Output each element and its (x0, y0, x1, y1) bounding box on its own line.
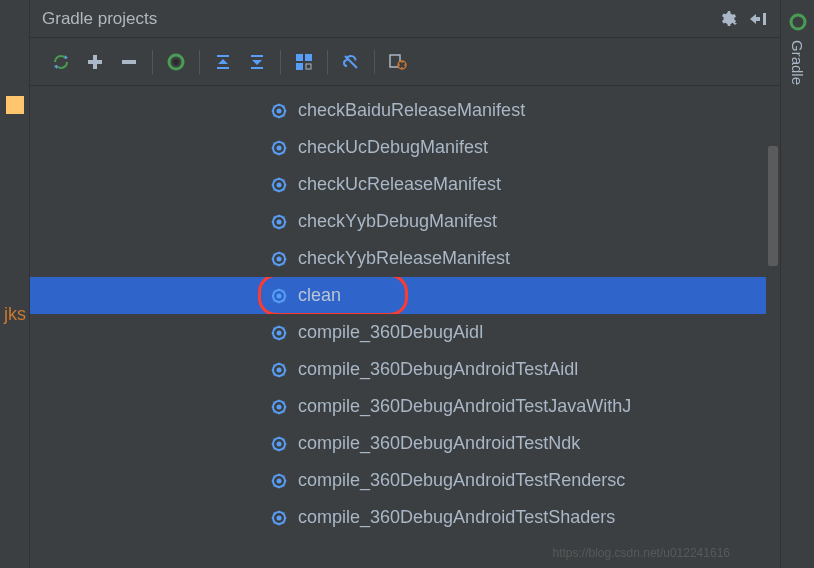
svg-point-6 (173, 59, 179, 65)
task-item[interactable]: compile_360DebugAidl (30, 314, 780, 351)
svg-point-18 (277, 182, 282, 187)
gradle-tab-icon[interactable] (788, 12, 808, 32)
task-label: compile_360DebugAndroidTestRendersc (298, 470, 625, 491)
svg-point-14 (277, 108, 282, 113)
panel-title: Gradle projects (42, 9, 157, 29)
svg-rect-0 (763, 13, 766, 25)
hide-button[interactable] (748, 9, 768, 29)
gradle-panel: Gradle projects (30, 0, 780, 568)
task-item[interactable]: clean (30, 277, 780, 314)
svg-rect-7 (296, 54, 303, 61)
svg-rect-8 (305, 54, 312, 61)
gutter-text: jks (0, 304, 29, 325)
task-label: clean (298, 285, 341, 306)
svg-point-38 (795, 19, 801, 25)
gear-icon (270, 213, 288, 231)
toolbar-separator (374, 50, 375, 74)
gear-icon (270, 435, 288, 453)
task-item[interactable]: checkYybReleaseManifest (30, 240, 780, 277)
task-item[interactable]: checkUcDebugManifest (30, 129, 780, 166)
gradle-settings-button[interactable] (383, 47, 413, 77)
refresh-button[interactable] (46, 47, 76, 77)
task-label: checkYybReleaseManifest (298, 248, 510, 269)
task-item[interactable]: compile_360DebugAndroidTestRendersc (30, 462, 780, 499)
gradle-tab-label[interactable]: Gradle (789, 40, 806, 85)
toolbar-separator (152, 50, 153, 74)
left-gutter: jks (0, 0, 30, 568)
task-label: compile_360DebugAndroidTestShaders (298, 507, 615, 528)
svg-point-30 (277, 404, 282, 409)
gear-icon (270, 287, 288, 305)
svg-point-20 (277, 219, 282, 224)
toolbar-separator (199, 50, 200, 74)
right-sidebar: Gradle (780, 0, 814, 568)
task-label: compile_360DebugAndroidTestJavaWithJ (298, 396, 631, 417)
svg-point-22 (277, 256, 282, 261)
gear-icon (270, 324, 288, 342)
svg-rect-1 (755, 17, 760, 21)
svg-point-36 (277, 515, 282, 520)
settings-button[interactable] (718, 9, 738, 29)
svg-point-26 (277, 330, 282, 335)
task-label: compile_360DebugAidl (298, 322, 483, 343)
remove-button[interactable] (114, 47, 144, 77)
task-item[interactable]: checkBaiduReleaseManifest (30, 92, 780, 129)
gear-icon (270, 250, 288, 268)
add-button[interactable] (80, 47, 110, 77)
svg-point-28 (277, 367, 282, 372)
task-label: checkBaiduReleaseManifest (298, 100, 525, 121)
task-item[interactable]: compile_360DebugAndroidTestAidl (30, 351, 780, 388)
gear-icon (270, 139, 288, 157)
gear-icon (270, 176, 288, 194)
toolbar-separator (327, 50, 328, 74)
toolbar-separator (280, 50, 281, 74)
watermark: https://blog.csdn.net/u012241616 (553, 546, 730, 560)
svg-rect-4 (122, 60, 136, 64)
gutter-marker (6, 96, 24, 114)
svg-point-34 (277, 478, 282, 483)
task-item[interactable]: compile_360DebugAndroidTestNdk (30, 425, 780, 462)
svg-rect-3 (88, 60, 102, 64)
task-item[interactable]: compile_360DebugAndroidTestJavaWithJ (30, 388, 780, 425)
show-dependencies-button[interactable] (289, 47, 319, 77)
svg-rect-10 (306, 64, 311, 69)
gradle-icon-button[interactable] (161, 47, 191, 77)
svg-point-24 (277, 293, 282, 298)
task-item[interactable]: compile_360DebugAndroidTestShaders (30, 499, 780, 536)
task-label: checkYybDebugManifest (298, 211, 497, 232)
offline-mode-button[interactable] (336, 47, 366, 77)
gear-icon (270, 102, 288, 120)
task-label: checkUcReleaseManifest (298, 174, 501, 195)
expand-all-button[interactable] (208, 47, 238, 77)
svg-point-16 (277, 145, 282, 150)
scrollbar[interactable] (766, 86, 780, 568)
panel-header: Gradle projects (30, 0, 780, 38)
gear-icon (270, 398, 288, 416)
toolbar (30, 38, 780, 86)
task-label: checkUcDebugManifest (298, 137, 488, 158)
svg-rect-9 (296, 63, 303, 70)
task-item[interactable]: checkYybDebugManifest (30, 203, 780, 240)
scrollbar-thumb[interactable] (768, 146, 778, 266)
svg-point-32 (277, 441, 282, 446)
gear-icon (270, 361, 288, 379)
gear-icon (270, 509, 288, 527)
task-label: compile_360DebugAndroidTestNdk (298, 433, 580, 454)
task-item[interactable]: checkUcReleaseManifest (30, 166, 780, 203)
gear-icon (270, 472, 288, 490)
task-list[interactable]: checkBaiduReleaseManifestcheckUcDebugMan… (30, 86, 780, 568)
task-label: compile_360DebugAndroidTestAidl (298, 359, 578, 380)
collapse-all-button[interactable] (242, 47, 272, 77)
